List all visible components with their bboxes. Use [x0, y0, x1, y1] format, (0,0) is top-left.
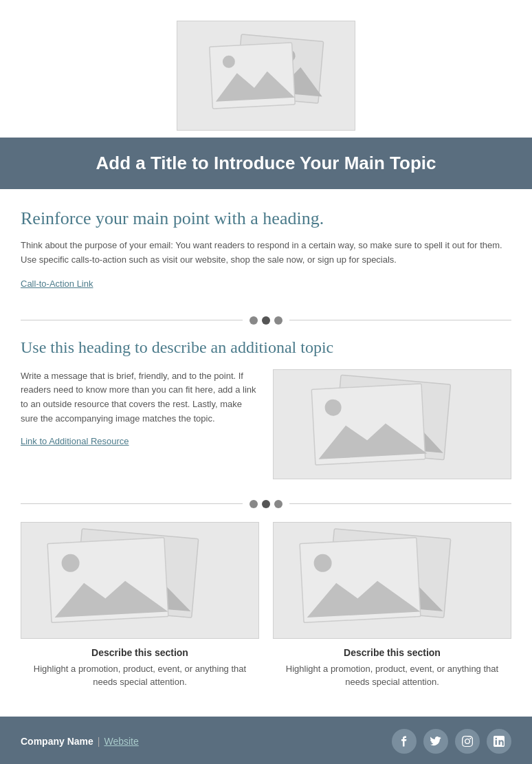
dot-6 [274, 500, 282, 508]
section2-image-col [273, 369, 511, 479]
instagram-icon[interactable] [455, 729, 480, 754]
email-container: Add a Title to Introduce Your Main Topic… [0, 0, 532, 764]
divider-1 [0, 309, 532, 338]
cta-link[interactable]: Call-to-Action Link [21, 279, 93, 289]
section3-content: Describe this section Highlight a promot… [0, 522, 532, 703]
section2-body: Write a message that is brief, friendly,… [21, 369, 259, 426]
footer: Company Name | Website [0, 717, 532, 764]
section1-content: Reinforce your main point with a heading… [0, 189, 532, 309]
card2-image-placeholder [273, 522, 511, 639]
footer-website-link[interactable]: Website [104, 736, 138, 747]
section2-two-col: Write a message that is brief, friendly,… [21, 369, 511, 479]
dot-2 [262, 316, 270, 325]
card1-text: Highlight a promotion, product, event, o… [21, 662, 259, 689]
divider-line-left-2 [21, 503, 243, 504]
section1-body: Think about the purpose of your email: Y… [21, 239, 511, 268]
dot-4 [250, 500, 258, 508]
card2-text: Highlight a promotion, product, event, o… [273, 662, 511, 689]
dot-1 [250, 316, 258, 325]
header-image-section [0, 0, 532, 138]
divider-2 [0, 493, 532, 522]
card2-title: Describe this section [273, 647, 511, 658]
divider-line-right-2 [289, 503, 511, 504]
section2-image-placeholder [273, 369, 511, 479]
image-grid: Describe this section Highlight a promot… [21, 522, 511, 689]
dot-5 [262, 500, 270, 508]
footer-company-name: Company Name [21, 736, 93, 747]
main-title: Add a Title to Introduce Your Main Topic [21, 153, 511, 174]
title-banner: Add a Title to Introduce Your Main Topic [0, 138, 532, 189]
dot-3 [274, 316, 282, 325]
card1-image-placeholder [21, 522, 259, 639]
facebook-icon[interactable] [392, 729, 417, 754]
footer-left: Company Name | Website [21, 736, 139, 747]
divider-line-left [21, 320, 243, 320]
twitter-icon[interactable] [423, 729, 448, 754]
section2-content: Use this heading to describe an addition… [0, 338, 532, 493]
divider-line-right [289, 320, 511, 320]
header-image-placeholder [177, 21, 355, 131]
section2-text-col: Write a message that is brief, friendly,… [21, 369, 259, 447]
footer-divider-char: | [98, 736, 100, 747]
card1-title: Describe this section [21, 647, 259, 658]
linkedin-icon[interactable] [487, 729, 511, 754]
divider-dots [243, 316, 289, 325]
divider-dots-2 [243, 500, 289, 508]
image-card-1: Describe this section Highlight a promot… [21, 522, 259, 689]
additional-resource-link[interactable]: Link to Additional Resource [21, 436, 129, 446]
social-icons-group [392, 729, 511, 754]
section2-heading: Use this heading to describe an addition… [21, 338, 511, 357]
section1-heading: Reinforce your main point with a heading… [21, 208, 511, 229]
image-card-2: Describe this section Highlight a promot… [273, 522, 511, 689]
